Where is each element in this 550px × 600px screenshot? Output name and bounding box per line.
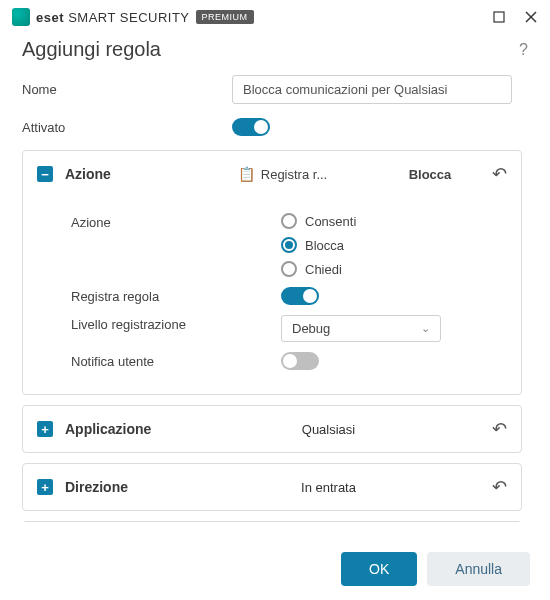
page-header: Aggiungi regola ? [22, 38, 528, 61]
log-level-select[interactable]: Debug ⌄ [281, 315, 441, 342]
brand-badge: PREMIUM [196, 10, 254, 24]
radio-ask[interactable]: Chiedi [281, 261, 356, 277]
brand-logo-icon [12, 8, 30, 26]
brand-text: eset SMART SECURITY [36, 10, 190, 25]
section-direction: + Direzione In entrata ↶ [22, 463, 522, 511]
log-level-label: Livello registrazione [71, 315, 281, 332]
brand-product: SMART SECURITY [68, 10, 189, 25]
section-application-summary: Qualsiasi [187, 422, 470, 437]
name-label: Nome [22, 82, 232, 97]
log-level-value: Debug [292, 321, 330, 336]
chevron-down-icon: ⌄ [421, 322, 430, 335]
clipboard-icon: 📋 [238, 166, 255, 182]
section-action-header[interactable]: − Azione 📋 Registra r... Blocca ↶ [23, 151, 521, 197]
name-input[interactable] [232, 75, 512, 104]
row-enabled: Attivato [22, 118, 528, 136]
page-title: Aggiungi regola [22, 38, 161, 61]
section-action: − Azione 📋 Registra r... Blocca ↶ Azione… [22, 150, 522, 395]
section-application-title: Applicazione [65, 421, 175, 437]
enabled-label: Attivato [22, 120, 232, 135]
ok-button[interactable]: OK [341, 552, 417, 586]
enabled-toggle[interactable] [232, 118, 270, 136]
expand-icon[interactable]: + [37, 479, 53, 495]
section-action-title: Azione [65, 166, 175, 182]
footer: OK Annulla [0, 538, 550, 600]
section-application-header[interactable]: + Applicazione Qualsiasi ↶ [23, 406, 521, 452]
reset-icon[interactable]: ↶ [492, 418, 507, 440]
sections-scroll[interactable]: − Azione 📋 Registra r... Blocca ↶ Azione… [22, 150, 528, 522]
radio-allow[interactable]: Consenti [281, 213, 356, 229]
help-icon[interactable]: ? [519, 41, 528, 59]
expand-icon[interactable]: + [37, 421, 53, 437]
action-radios: Consenti Blocca Chiedi [281, 213, 356, 277]
brand: eset SMART SECURITY PREMIUM [12, 8, 254, 26]
section-action-mid: Registra r... [261, 167, 327, 182]
log-rule-label: Registra regola [71, 287, 281, 304]
row-name: Nome [22, 75, 528, 104]
section-direction-summary: In entrata [187, 480, 470, 495]
section-direction-header[interactable]: + Direzione In entrata ↶ [23, 464, 521, 510]
notify-label: Notifica utente [71, 352, 281, 369]
titlebar: eset SMART SECURITY PREMIUM [0, 0, 550, 34]
section-action-summary: Blocca [390, 167, 470, 182]
brand-company: eset [36, 10, 64, 25]
notify-toggle[interactable] [281, 352, 319, 370]
radio-block[interactable]: Blocca [281, 237, 356, 253]
cancel-button[interactable]: Annulla [427, 552, 530, 586]
reset-icon[interactable]: ↶ [492, 163, 507, 185]
section-direction-title: Direzione [65, 479, 175, 495]
close-button[interactable] [524, 10, 538, 24]
action-label: Azione [71, 213, 281, 230]
log-rule-toggle[interactable] [281, 287, 319, 305]
svg-rect-0 [494, 12, 504, 22]
maximize-button[interactable] [492, 10, 506, 24]
collapse-icon[interactable]: − [37, 166, 53, 182]
window-buttons [492, 10, 538, 24]
section-application: + Applicazione Qualsiasi ↶ [22, 405, 522, 453]
section-protocol: + IP protocol TCP e UDP ↶ [22, 521, 522, 522]
reset-icon[interactable]: ↶ [492, 476, 507, 498]
